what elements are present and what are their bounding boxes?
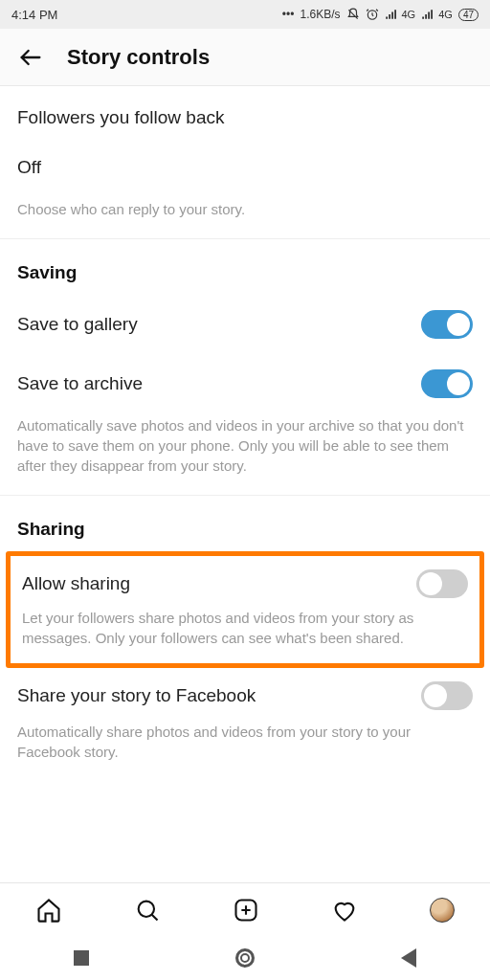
allow-sharing-row[interactable]: Allow sharing bbox=[22, 564, 468, 608]
home-icon[interactable] bbox=[35, 897, 62, 924]
page-title: Story controls bbox=[67, 45, 210, 70]
more-icon: ••• bbox=[282, 8, 295, 21]
profile-avatar[interactable] bbox=[430, 898, 455, 923]
replies-description: Choose who can reply to your story. bbox=[17, 199, 473, 238]
save-archive-row[interactable]: Save to archive bbox=[17, 350, 473, 410]
network-label-2: 4G bbox=[438, 9, 453, 20]
svg-point-1 bbox=[139, 901, 154, 916]
system-nav bbox=[0, 936, 490, 980]
status-time: 4:14 PM bbox=[11, 8, 57, 22]
status-right: ••• 1.6KB/s 4G 4G 47 bbox=[282, 8, 479, 21]
save-gallery-label: Save to gallery bbox=[17, 314, 421, 335]
allow-sharing-highlight: Allow sharing Let your followers share p… bbox=[6, 551, 484, 668]
network-speed: 1.6KB/s bbox=[300, 8, 340, 21]
status-bar: 4:14 PM ••• 1.6KB/s 4G 4G 47 bbox=[0, 0, 490, 29]
reply-option-label: Off bbox=[17, 157, 473, 178]
share-facebook-row[interactable]: Share your story to Facebook bbox=[17, 676, 473, 722]
share-facebook-label: Share your story to Facebook bbox=[17, 685, 421, 706]
search-icon[interactable] bbox=[134, 897, 161, 924]
silent-icon bbox=[346, 8, 360, 21]
allow-sharing-toggle[interactable] bbox=[416, 569, 468, 598]
share-facebook-toggle[interactable] bbox=[421, 681, 473, 710]
replies-group: Followers you follow back Off Choose who… bbox=[0, 86, 490, 238]
back-icon[interactable] bbox=[17, 44, 44, 71]
reply-option-off[interactable]: Off bbox=[17, 149, 473, 199]
save-archive-label: Save to archive bbox=[17, 373, 421, 394]
reply-option-followers-back[interactable]: Followers you follow back bbox=[17, 86, 473, 149]
add-post-icon[interactable] bbox=[233, 897, 259, 924]
share-facebook-description: Automatically share photos and videos fr… bbox=[17, 722, 473, 781]
heart-icon[interactable] bbox=[331, 897, 358, 924]
allow-sharing-label: Allow sharing bbox=[22, 573, 416, 594]
bottom-nav bbox=[0, 882, 490, 936]
header: Story controls bbox=[0, 29, 490, 86]
back-button[interactable] bbox=[401, 948, 416, 968]
alarm-icon bbox=[366, 8, 379, 21]
signal-1-icon bbox=[385, 9, 396, 20]
home-button[interactable] bbox=[235, 948, 255, 968]
save-gallery-toggle[interactable] bbox=[421, 310, 473, 339]
saving-group: Saving Save to gallery Save to archive A… bbox=[0, 239, 490, 495]
signal-2-icon bbox=[421, 9, 433, 20]
battery-indicator: 47 bbox=[458, 9, 479, 21]
recents-button[interactable] bbox=[74, 950, 89, 966]
save-archive-toggle[interactable] bbox=[421, 369, 473, 398]
save-gallery-row[interactable]: Save to gallery bbox=[17, 291, 473, 350]
reply-option-label: Followers you follow back bbox=[17, 107, 473, 128]
allow-sharing-description: Let your followers share photos and vide… bbox=[22, 608, 468, 654]
sharing-group: Sharing Allow sharing Let your followers… bbox=[0, 496, 490, 781]
sharing-title: Sharing bbox=[17, 496, 473, 547]
saving-title: Saving bbox=[17, 239, 473, 291]
network-label-1: 4G bbox=[402, 9, 416, 20]
saving-description: Automatically save photos and videos in … bbox=[17, 410, 473, 495]
